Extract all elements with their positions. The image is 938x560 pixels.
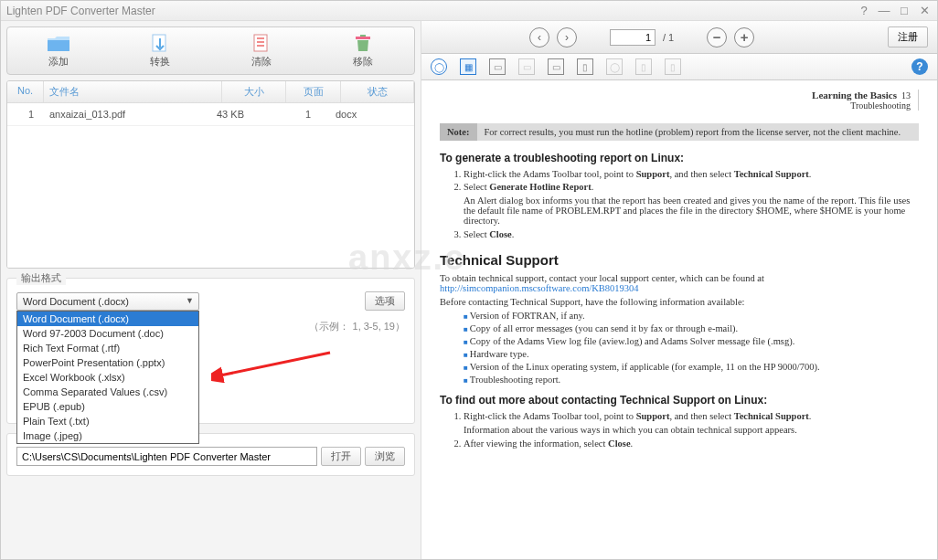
doc-list: Right-click the Adams Toolbar tool, poin… — [464, 411, 919, 449]
output-format-section: 输出格式 Word Document (.docx) Word Document… — [6, 278, 415, 424]
format-option[interactable]: Word Document (.docx) — [17, 312, 198, 326]
view-width-icon[interactable]: ▭ — [548, 58, 564, 75]
pdf-preview[interactable]: Learning the Basics 13 Troubleshooting N… — [421, 80, 937, 559]
view-disabled-icon: ▭ — [518, 58, 535, 75]
view-two-icon: ▯ — [635, 58, 652, 75]
svg-rect-5 — [356, 37, 370, 39]
next-page-button[interactable]: › — [557, 27, 577, 48]
doc-list: Version of FORTRAN, if any. Copy of all … — [464, 311, 919, 385]
open-button[interactable]: 打开 — [321, 447, 361, 466]
preview-toolbar: ‹ › / 1 − + 注册 — [421, 21, 937, 54]
format-option[interactable]: Plain Text (.txt) — [17, 414, 198, 428]
col-page[interactable]: 页面 — [286, 81, 341, 102]
view-grid-icon[interactable]: ▦ — [460, 58, 476, 75]
format-option[interactable]: Rich Text Format (.rtf) — [17, 341, 198, 355]
close-icon[interactable]: ✕ — [917, 4, 932, 18]
titlebar: Lighten PDF Converter Master ? — □ ✕ — [1, 1, 937, 21]
doc-heading: To generate a troubleshooting report on … — [440, 152, 919, 164]
col-filename[interactable]: 文件名 — [44, 81, 222, 102]
format-option[interactable]: PowerPoint Presentation (.pptx) — [17, 355, 198, 370]
clear-icon — [249, 33, 274, 53]
add-button[interactable]: 添加 — [7, 31, 109, 70]
format-option[interactable]: Image (.jpeg) — [17, 428, 198, 443]
format-option[interactable]: Word 97-2003 Document (.doc) — [17, 326, 198, 341]
doc-help-icon[interactable]: ? — [911, 58, 928, 75]
browse-button[interactable]: 浏览 — [365, 447, 405, 466]
doc-list: Right-click the Adams Toolbar tool, poin… — [464, 169, 919, 239]
view-height-icon[interactable]: ▯ — [577, 58, 593, 75]
format-dropdown[interactable]: Word Document (.docx) Word 97-2003 Docum… — [16, 311, 199, 444]
format-select[interactable]: Word Document (.docx) — [16, 292, 199, 311]
col-size[interactable]: 大小 — [222, 81, 286, 102]
col-no[interactable]: No. — [7, 81, 44, 102]
window-title: Lighten PDF Converter Master — [6, 5, 155, 17]
page-total: / 1 — [663, 32, 674, 43]
format-option[interactable]: Comma Separated Values (.csv) — [17, 385, 198, 399]
convert-button[interactable]: 转换 — [109, 31, 210, 70]
main-toolbar: 添加 转换 清除 移除 — [6, 26, 415, 75]
view-page-icon[interactable]: ▭ — [489, 58, 506, 75]
clear-button[interactable]: 清除 — [211, 31, 313, 70]
doc-link[interactable]: http://simcompanion.mscsoftware.com/KB80… — [440, 283, 639, 293]
options-button[interactable]: 选项 — [365, 291, 405, 311]
format-title: 输出格式 — [16, 271, 66, 285]
remove-button[interactable]: 移除 — [313, 31, 414, 70]
file-table: No. 文件名 大小 页面 状态 1 anxaizai_013.pdf 43 K… — [6, 80, 415, 269]
maximize-icon[interactable]: □ — [897, 4, 911, 18]
trash-icon — [350, 33, 376, 53]
table-body: 1 anxaizai_013.pdf 43 KB 1 docx — [7, 103, 414, 268]
left-pane: 添加 转换 清除 移除 No. 文件名 — [1, 21, 421, 559]
view-unknown-icon: ◯ — [606, 58, 623, 75]
view-fit-icon[interactable]: ◯ — [431, 58, 447, 75]
col-status[interactable]: 状态 — [341, 81, 414, 102]
output-path-input[interactable] — [16, 447, 317, 466]
format-option[interactable]: Excel Workbook (.xlsx) — [17, 370, 198, 385]
prev-page-button[interactable]: ‹ — [529, 27, 549, 48]
right-pane: ‹ › / 1 − + 注册 ◯ ▦ ▭ ▭ ▭ ▯ ◯ ▯ ▯ — [421, 21, 937, 559]
svg-rect-1 — [254, 35, 267, 51]
convert-icon — [147, 33, 173, 53]
doc-heading: To find out more about contacting Techni… — [440, 394, 919, 407]
page-input[interactable] — [610, 29, 656, 46]
view-mode-toolbar: ◯ ▦ ▭ ▭ ▭ ▯ ◯ ▯ ▯ ? — [421, 54, 937, 80]
doc-header: Learning the Basics 13 Troubleshooting — [440, 90, 919, 111]
folder-add-icon — [46, 33, 71, 53]
register-button[interactable]: 注册 — [888, 26, 928, 48]
zoom-in-button[interactable]: + — [734, 27, 754, 48]
note-box: Note: For correct results, you must run … — [440, 123, 919, 141]
view-cont-icon: ▯ — [665, 58, 681, 75]
help-icon[interactable]: ? — [857, 4, 871, 18]
minimize-icon[interactable]: — — [877, 4, 891, 18]
format-option[interactable]: EPUB (.epub) — [17, 399, 198, 414]
doc-heading: Technical Support — [440, 252, 919, 268]
table-row[interactable]: 1 anxaizai_013.pdf 43 KB 1 docx — [7, 103, 414, 126]
zoom-out-button[interactable]: − — [707, 27, 727, 48]
